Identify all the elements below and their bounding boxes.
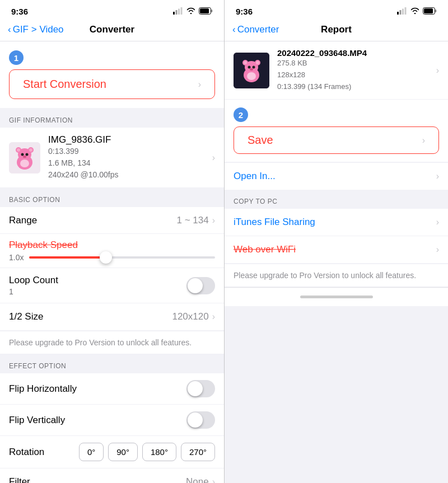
itunes-chevron: ›	[436, 217, 439, 227]
size-value: 120x120	[172, 311, 208, 322]
loop-toggle[interactable]	[186, 277, 215, 294]
svg-rect-6	[211, 10, 213, 12]
copy-to-pc-card: iTunes File Sharing › Web over WiFi ›	[225, 209, 448, 263]
gif-duration: 0:13.399	[48, 146, 212, 157]
playback-slider[interactable]: 1.0x	[9, 253, 215, 262]
flip-h-label: Flip Horizontally	[9, 383, 186, 395]
slider-thumb	[100, 251, 112, 264]
flip-v-toggle[interactable]	[186, 411, 215, 429]
gif-chevron: ›	[212, 153, 215, 163]
rotation-btn-90[interactable]: 90°	[108, 443, 138, 461]
svg-point-14	[21, 153, 24, 156]
playback-row[interactable]: Playback Speed 1.0x	[0, 234, 224, 268]
svg-rect-1	[176, 10, 178, 15]
copy-to-pc-header: COPY TO PC	[225, 190, 448, 209]
save-chevron: ›	[422, 135, 425, 146]
effect-option-card: Flip Horizontally Flip Vertically Rotati…	[0, 373, 224, 483]
range-label: Range	[9, 215, 176, 226]
size-label: 1/2 Size	[9, 311, 172, 322]
wifi-icon	[186, 7, 195, 16]
start-conversion-button[interactable]: Start Conversion ›	[9, 69, 215, 99]
nav-bar-right: ‹ Converter Report	[225, 20, 448, 41]
step-badge-1: 1	[9, 50, 24, 65]
status-icons-left	[173, 7, 213, 16]
flip-h-toggle[interactable]	[186, 380, 215, 397]
svg-point-12	[17, 148, 20, 152]
status-bar-left: 9:36	[0, 0, 224, 20]
loop-value: 1	[9, 287, 186, 296]
svg-rect-21	[405, 7, 407, 15]
rotation-btn-0[interactable]: 0°	[79, 443, 104, 461]
size-row[interactable]: 1/2 Size 120x120 ›	[0, 303, 224, 330]
rotation-btn-180[interactable]: 180°	[142, 443, 176, 461]
rotation-btn-270[interactable]: 270°	[181, 443, 215, 461]
save-section: 2 Save ›	[225, 100, 448, 162]
flip-h-toggle-knob	[188, 381, 203, 396]
rotation-row: Rotation 0° 90° 180° 270°	[0, 436, 224, 468]
left-screen: 9:36 ‹ GIF > Video Converter 1 Start Con…	[0, 0, 224, 483]
gif-section-header: GIF INFORMATION	[0, 109, 224, 128]
svg-point-15	[26, 153, 29, 156]
basic-option-card: Range 1 ~ 134 › Playback Speed 1.0x	[0, 207, 224, 330]
gif-size: 1.6 MB, 134	[48, 157, 212, 169]
itunes-row[interactable]: iTunes File Sharing ›	[225, 209, 448, 236]
time-right: 9:36	[236, 7, 253, 16]
flip-v-label: Flip Vertically	[9, 415, 186, 426]
range-chevron: ›	[212, 215, 215, 226]
svg-point-35	[247, 72, 256, 80]
status-icons-right	[397, 7, 437, 16]
home-indicator-right	[300, 296, 373, 298]
itunes-label: iTunes File Sharing	[234, 217, 436, 228]
playback-top: Playback Speed	[9, 240, 215, 251]
back-button-right[interactable]: ‹ Converter	[232, 24, 279, 35]
signal-icon	[173, 7, 183, 16]
back-button-left[interactable]: ‹ GIF > Video	[8, 24, 64, 35]
status-bar-right: 9:36	[225, 0, 448, 20]
range-row[interactable]: Range 1 ~ 134 ›	[0, 207, 224, 234]
flip-h-row: Flip Horizontally	[0, 373, 224, 405]
back-label-right: Converter	[237, 24, 279, 35]
filter-label: Filter	[9, 476, 186, 483]
start-conversion-label: Start Conversion	[23, 78, 106, 91]
filter-row[interactable]: Filter None ›	[0, 468, 224, 483]
upgrade-notice-basic: Please upgrade to Pro Version to unlock …	[0, 331, 224, 354]
gif-filename: IMG_9836.GIF	[48, 134, 212, 146]
svg-point-32	[248, 65, 251, 68]
svg-point-30	[244, 61, 247, 64]
upgrade-notice-right: Please upgrade to Pro Version to unlock …	[225, 264, 448, 287]
slider-fill	[29, 256, 104, 259]
video-chevron: ›	[436, 65, 439, 76]
video-dimensions: 128x128	[277, 69, 436, 81]
web-wifi-chevron: ›	[436, 245, 439, 255]
start-conversion-section: 1 Start Conversion ›	[0, 41, 224, 108]
flip-v-row: Flip Vertically	[0, 405, 224, 436]
bottom-bar-right	[225, 287, 448, 306]
basic-option-header: BASIC OPTION	[0, 188, 224, 207]
nav-title-right: Report	[321, 24, 352, 35]
video-info-row[interactable]: 20240222_093648.MP4 275.8 KB 128x128 0:1…	[225, 41, 448, 100]
open-in-label: Open In...	[234, 171, 436, 182]
signal-icon-right	[397, 7, 407, 16]
nav-title-left: Converter	[90, 24, 134, 35]
filter-value: None	[186, 476, 209, 483]
svg-point-33	[253, 65, 255, 68]
playback-label: Playback Speed	[9, 240, 78, 251]
svg-point-16	[23, 156, 26, 158]
svg-rect-5	[200, 8, 209, 13]
wifi-icon-right	[410, 7, 419, 16]
open-in-row[interactable]: Open In... ›	[225, 162, 448, 190]
back-label-left: GIF > Video	[13, 24, 64, 35]
video-filename: 20240222_093648.MP4	[277, 48, 436, 58]
speed-value: 1.0x	[9, 253, 24, 262]
save-button[interactable]: Save ›	[234, 126, 439, 154]
svg-rect-0	[173, 12, 175, 15]
svg-point-13	[29, 148, 32, 152]
start-conversion-chevron: ›	[198, 79, 201, 90]
loop-toggle-knob	[188, 278, 203, 293]
gif-info-row[interactable]: IMG_9836.GIF 0:13.399 1.6 MB, 134 240x24…	[0, 128, 224, 188]
rotation-group: 0° 90° 180° 270°	[79, 443, 215, 461]
effect-option-header: EFFECT OPTION	[0, 354, 224, 373]
svg-rect-23	[424, 8, 433, 13]
svg-point-17	[20, 160, 29, 167]
gif-details: IMG_9836.GIF 0:13.399 1.6 MB, 134 240x24…	[48, 134, 212, 181]
